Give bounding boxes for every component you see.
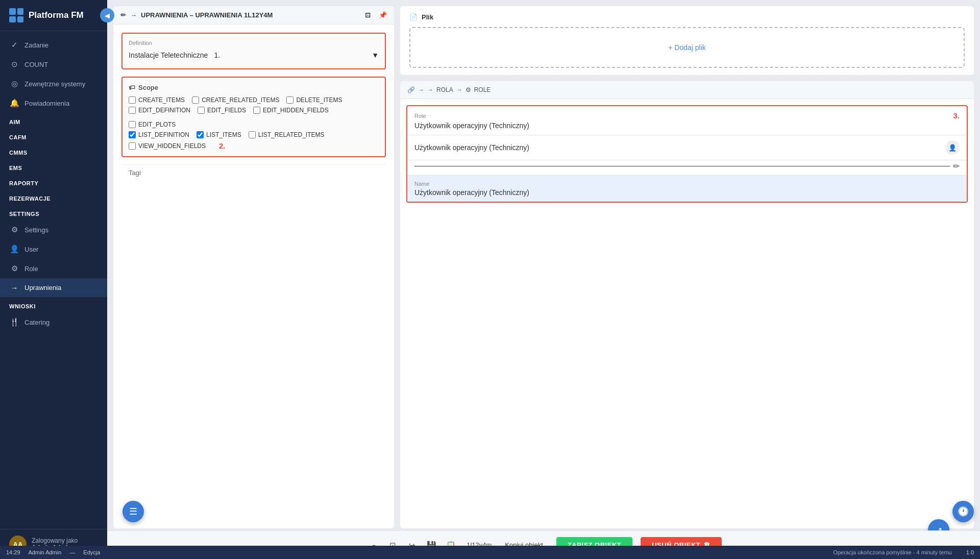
- role-field-label: Role 3.: [414, 111, 960, 120]
- role-panel: 🔗 → → ROLA → ⚙ ROLE Role 3. Użytkownik o…: [400, 81, 974, 528]
- nav-arrow3: →: [456, 86, 462, 93]
- sidebar-item-label: Catering: [24, 319, 50, 326]
- role-underline: ✏: [407, 160, 967, 176]
- pin-icon[interactable]: 📌: [379, 11, 387, 19]
- section-raporty: RAPORTY: [0, 174, 107, 189]
- name-field-value: Użytkownik operacyjny (Techniczny): [414, 188, 960, 197]
- checkbox-create-related-items-input[interactable]: [192, 96, 199, 104]
- sidebar-item-user[interactable]: 👤 User: [0, 239, 107, 259]
- status-mode: Edycja: [83, 549, 100, 555]
- checkbox-edit-fields[interactable]: EDIT_FIELDS: [198, 107, 246, 114]
- name-field: Name Użytkownik operacyjny (Techniczny): [407, 176, 967, 202]
- sidebar-collapse-button[interactable]: ◀: [100, 8, 114, 22]
- section-settings: SETTINGS: [0, 205, 107, 220]
- fab-clock-button[interactable]: 🕐: [952, 501, 974, 522]
- checkbox-list-definition-input[interactable]: [129, 131, 136, 138]
- pencil-icon[interactable]: ✏: [953, 161, 960, 171]
- checkbox-label: EDIT_PLOTS: [138, 121, 176, 128]
- external-icon: ◎: [9, 79, 19, 88]
- sidebar-item-zadanie[interactable]: ✓ Zadanie: [0, 35, 107, 55]
- checkbox-edit-plots[interactable]: EDIT_PLOTS: [129, 121, 176, 128]
- checkbox-label: LIST_DEFINITION: [138, 131, 189, 138]
- tagi-row: Tagi: [121, 164, 386, 181]
- step1-label: 1.: [214, 51, 220, 59]
- definition-label: Definition: [129, 40, 379, 46]
- fab-menu-button[interactable]: ☰: [122, 501, 144, 522]
- checkbox-edit-fields-input[interactable]: [198, 107, 205, 114]
- checkbox-list-items[interactable]: LIST_ITEMS: [197, 131, 241, 138]
- arrow-icon: →: [9, 283, 19, 292]
- sidebar-item-catering[interactable]: 🍴 Catering: [0, 312, 107, 332]
- file-label: Plik: [422, 13, 433, 21]
- section-aim: AIM: [0, 113, 107, 128]
- sidebar-item-label: Zadanie: [24, 41, 48, 49]
- checkbox-edit-hidden-fields[interactable]: EDIT_HIDDEN_FIELDS: [253, 107, 329, 114]
- checkbox-label: VIEW_HIDDEN_FIELDS: [138, 142, 206, 150]
- panel-header: ✏ → UPRAWNIENIA – UPRAWNIENIA 1L12Y4M ⊡ …: [113, 6, 394, 25]
- checkbox-delete-items-input[interactable]: [286, 96, 293, 104]
- checkbox-edit-definition[interactable]: EDIT_DEFINITION: [129, 107, 190, 114]
- app-title: Platforma FM: [29, 10, 84, 20]
- checkbox-create-related-items[interactable]: CREATE_RELATED_ITEMS: [192, 96, 279, 104]
- file-icon: 📄: [409, 13, 418, 21]
- role-content: Role 3. Użytkownik operacyjny (Techniczn…: [406, 105, 968, 203]
- checkbox-label: CREATE_RELATED_ITEMS: [202, 96, 279, 104]
- checkbox-edit-definition-input[interactable]: [129, 107, 136, 114]
- name-field-label: Name: [414, 181, 960, 187]
- checkbox-label: EDIT_HIDDEN_FIELDS: [263, 107, 329, 114]
- checkbox-list-items-input[interactable]: [197, 131, 204, 138]
- checkbox-edit-plots-input[interactable]: [129, 121, 136, 128]
- checkbox-view-hidden-fields[interactable]: VIEW_HIDDEN_FIELDS: [129, 142, 206, 150]
- sidebar-nav: ✓ Zadanie ⊙ COUNT ◎ Zewnętrzne systemy 🔔…: [0, 31, 107, 529]
- scope-header: 🏷 Scope: [129, 84, 379, 91]
- file-drop-area[interactable]: + Dodaj plik: [409, 27, 965, 68]
- dropdown-arrow-icon: ▼: [372, 51, 379, 59]
- check-icon: ✓: [9, 40, 19, 50]
- checkbox-row-1: CREATE_ITEMS CREATE_RELATED_ITEMS DELETE…: [129, 96, 379, 104]
- sidebar-item-zewnetrzne[interactable]: ◎ Zewnętrzne systemy: [0, 74, 107, 93]
- app-logo: Platforma FM: [0, 0, 107, 31]
- nav-arrow2: →: [427, 86, 433, 93]
- checkbox-list-definition[interactable]: LIST_DEFINITION: [129, 131, 189, 138]
- sidebar-item-count[interactable]: ⊙ COUNT: [0, 55, 107, 74]
- sidebar-item-settings[interactable]: ⚙ Settings: [0, 220, 107, 239]
- nav-arrow1: →: [418, 86, 424, 93]
- checkbox-label: EDIT_DEFINITION: [138, 107, 190, 114]
- role-icon: ⚙: [9, 264, 19, 273]
- sidebar-item-powiadomienia[interactable]: 🔔 Powiadomienia: [0, 93, 107, 113]
- checkbox-row-2: EDIT_DEFINITION EDIT_FIELDS EDIT_HIDDEN_…: [129, 107, 379, 128]
- role-avatar-icon[interactable]: 👤: [945, 140, 960, 155]
- step2-label: 2.: [219, 141, 226, 150]
- edit-area: Definition Instalacje Teletechniczne 1. …: [113, 25, 394, 528]
- link-icon: 🔗: [407, 86, 415, 93]
- section-cmms: CMMS: [0, 143, 107, 159]
- panel-title: UPRAWNIENIA – UPRAWNIENIA 1L12Y4M: [141, 11, 273, 19]
- checkbox-list-related-items[interactable]: LIST_RELATED_ITEMS: [249, 131, 325, 138]
- status-bar: 14:29 Admin Admin — Edycja Operacja ukoń…: [0, 546, 980, 559]
- edit-icon: ✏: [120, 11, 126, 19]
- checkbox-create-items[interactable]: CREATE_ITEMS: [129, 96, 185, 104]
- checkbox-create-items-input[interactable]: [129, 96, 136, 104]
- count-icon: ⊙: [9, 60, 19, 69]
- logo-grid: [9, 8, 23, 22]
- checkbox-label: EDIT_FIELDS: [207, 107, 246, 114]
- checkbox-delete-items[interactable]: DELETE_ITEMS: [286, 96, 342, 104]
- tagi-label: Tagi: [129, 169, 141, 177]
- sidebar-item-label: Powiadomienia: [24, 100, 69, 107]
- sidebar-item-uprawnienia[interactable]: → Uprawnienia: [0, 278, 107, 297]
- content-area: ✏ → UPRAWNIENIA – UPRAWNIENIA 1L12Y4M ⊡ …: [107, 0, 980, 559]
- checkbox-view-hidden-fields-input[interactable]: [129, 142, 136, 150]
- checkbox-row-3: LIST_DEFINITION LIST_ITEMS LIST_RELATED_…: [129, 131, 379, 138]
- status-time: 14:29: [6, 549, 20, 555]
- sidebar-item-role[interactable]: ⚙ Role: [0, 259, 107, 278]
- sidebar-item-label: Settings: [24, 226, 48, 234]
- checkbox-list-related-items-input[interactable]: [249, 131, 256, 138]
- definition-dropdown[interactable]: Instalacje Teletechniczne 1. ▼: [129, 48, 379, 62]
- checkbox-edit-hidden-fields-input[interactable]: [253, 107, 260, 114]
- checkbox-row-4: VIEW_HIDDEN_FIELDS 2.: [129, 141, 379, 150]
- scope-label: Scope: [138, 84, 158, 91]
- breadcrumb-arrow: →: [130, 11, 137, 19]
- copy-icon[interactable]: ⊡: [365, 11, 371, 19]
- role-nav-label: ROLE: [474, 86, 491, 93]
- definition-section: Definition Instalacje Teletechniczne 1. …: [121, 33, 386, 69]
